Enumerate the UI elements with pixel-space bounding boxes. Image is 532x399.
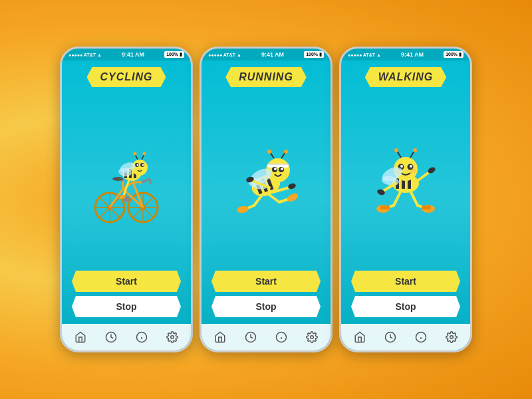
svg-point-65 [236,205,249,214]
walking-bee-illustration [359,129,452,235]
stop-button-cycling[interactable]: Stop [72,296,181,317]
tab-info-walking[interactable] [413,329,429,345]
svg-line-99 [411,192,418,205]
svg-point-82 [410,165,412,168]
buttons-running: Start Stop [201,271,331,324]
svg-rect-98 [380,205,390,209]
battery-walking: 100% ▮ [444,51,464,58]
battery-running: 100% ▮ [304,51,324,58]
cycling-bee-illustration [80,129,173,235]
start-button-cycling[interactable]: Start [72,271,181,292]
tab-info-running[interactable] [273,329,289,345]
tab-settings-running[interactable] [304,329,320,345]
svg-rect-102 [422,205,431,209]
tab-home-cycling[interactable] [72,329,88,345]
tab-settings-walking[interactable] [444,329,460,345]
status-bar-walking: ●●●●● AT&T ▲ 9:41 AM 100% ▮ [341,49,470,61]
time-running: 9:41 AM [261,51,284,58]
bee-area-running [201,94,331,271]
svg-point-26 [137,164,139,166]
time-walking: 9:41 AM [401,51,424,58]
svg-point-54 [267,150,271,154]
svg-point-56 [284,150,288,154]
tab-settings-cycling[interactable] [164,329,180,345]
tab-home-walking[interactable] [352,329,368,345]
svg-line-15 [150,179,151,184]
buttons-cycling: Start Stop [62,271,191,324]
svg-line-14 [142,179,150,182]
svg-point-31 [143,152,146,156]
stop-button-running[interactable]: Stop [211,296,321,317]
bee-area-walking [341,94,470,271]
start-button-running[interactable]: Start [211,271,321,292]
svg-line-53 [270,152,274,158]
walking-phone: ●●●●● AT&T ▲ 9:41 AM 100% ▮ WALKING [339,47,472,352]
tab-bar-cycling [62,324,191,350]
svg-point-52 [281,168,283,170]
status-bar-running: ●●●●● AT&T ▲ 9:41 AM 100% ▮ [201,49,331,61]
cycling-phone: ●●●●● AT&T ▲ 9:41 AM 100% ▮ CYCLING [60,47,193,352]
svg-point-84 [410,168,416,174]
svg-point-29 [134,152,137,156]
tab-bar-walking [341,324,470,350]
tab-home-running[interactable] [212,329,228,345]
svg-point-41 [171,336,174,339]
tab-bar-running [201,324,331,350]
svg-line-63 [254,194,263,205]
svg-point-81 [400,165,403,168]
status-bar-cycling: ●●●●● AT&T ▲ 9:41 AM 100% ▮ [62,49,191,61]
start-button-walking[interactable]: Start [351,271,460,292]
svg-point-17 [112,177,123,181]
stop-button-walking[interactable]: Stop [351,296,460,317]
svg-line-91 [416,172,429,182]
svg-point-68 [286,192,300,203]
buttons-walking: Start Stop [341,271,470,324]
svg-line-87 [410,151,414,158]
time-cycling: 9:41 AM [122,51,144,58]
battery-cycling: 100% ▮ [164,51,184,58]
activity-label-running: RUNNING [225,67,307,87]
svg-rect-48 [267,164,289,165]
tab-info-cycling[interactable] [134,329,150,345]
svg-line-95 [394,192,400,205]
svg-point-88 [413,148,417,152]
carrier-cycling: ●●●●● AT&T ▲ [68,53,102,57]
svg-point-51 [274,168,277,170]
running-bee-illustration [219,129,313,235]
tab-clock-walking[interactable] [382,329,398,345]
tab-clock-cycling[interactable] [103,329,119,345]
svg-line-55 [281,152,285,158]
svg-point-27 [142,164,144,166]
carrier-walking: ●●●●● AT&T ▲ [348,53,381,57]
tab-clock-running[interactable] [243,329,259,345]
activity-label-walking: WALKING [365,67,447,87]
carrier-running: ●●●●● AT&T ▲ [208,53,241,57]
svg-point-107 [450,336,454,339]
svg-point-86 [394,148,398,152]
svg-line-85 [397,151,401,158]
svg-line-66 [269,195,279,202]
bee-area-cycling [62,94,191,271]
activity-label-cycling: CYCLING [87,67,166,87]
svg-point-73 [311,336,314,339]
running-phone: ●●●●● AT&T ▲ 9:41 AM 100% ▮ RUNNING [200,47,332,352]
